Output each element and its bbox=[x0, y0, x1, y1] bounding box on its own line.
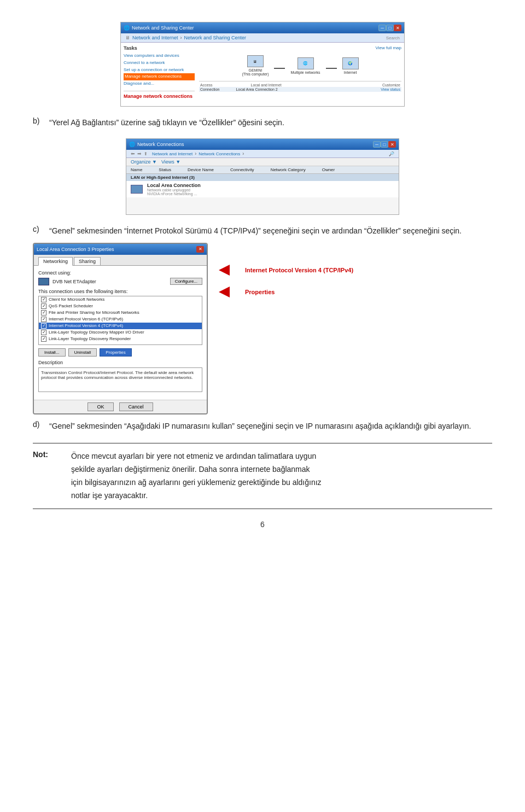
dlg-title: Local Area Connection 3 Properties bbox=[37, 247, 114, 252]
task-setup-connection[interactable]: Set up a connection or network bbox=[124, 67, 195, 74]
maximize-btn-1[interactable]: □ bbox=[386, 25, 394, 31]
note-label: Not: bbox=[33, 450, 60, 502]
ns-breadcrumb: 🖥 Network and Internet › Network and Sha… bbox=[121, 33, 404, 43]
list-item-2[interactable]: File and Printer Sharing for Microsoft N… bbox=[39, 309, 202, 316]
screenshot-network-sharing-center: 🌐 Network and Sharing Center ─ □ ✕ 🖥 Net… bbox=[120, 22, 405, 107]
network-map: 🖥 GEMINI(This computer) 🌐 Multiple netwo… bbox=[199, 52, 401, 79]
nc-maximize-btn[interactable]: □ bbox=[381, 141, 388, 148]
tab-networking[interactable]: Networking bbox=[38, 257, 73, 266]
close-btn-1[interactable]: ✕ bbox=[394, 25, 401, 31]
items-label: This connection uses the following items… bbox=[38, 289, 202, 294]
map-line-1 bbox=[274, 68, 285, 69]
screenshot3-container: Local Area Connection 3 Properties ✕ Net… bbox=[33, 243, 492, 414]
checkbox-0[interactable] bbox=[41, 297, 46, 302]
views-btn[interactable]: Views ▼ bbox=[161, 159, 180, 165]
desc-text: Transmission Control Protocol/Internet P… bbox=[38, 367, 202, 392]
uninstall-btn[interactable]: Uninstall bbox=[68, 348, 97, 357]
checkbox-5[interactable] bbox=[41, 330, 46, 335]
col-connectivity: Connectivity bbox=[230, 167, 254, 172]
adapter-row: DVB Net ETAdapter Configure... bbox=[38, 278, 202, 285]
nc-group-header: LAN or High-Speed Internet (3) bbox=[126, 174, 399, 181]
list-item-4[interactable]: Internet Protocol Version 4 (TCP/IPv4) bbox=[39, 323, 202, 329]
dlg-tabs: Networking Sharing bbox=[34, 255, 207, 266]
list-item-6[interactable]: Link-Layer Topology Discovery Responder bbox=[39, 336, 202, 342]
conn-row: Connection Local Area Connection 2 View … bbox=[199, 87, 401, 92]
map-computer: 🖥 GEMINI(This computer) bbox=[242, 55, 269, 76]
checkbox-6[interactable] bbox=[41, 336, 46, 342]
items-list: Client for Microsoft Networks QoS Packet… bbox=[38, 296, 202, 345]
map-line-2 bbox=[326, 68, 337, 69]
note-line-4: notlar işe yarayacaktır. bbox=[71, 489, 322, 503]
section-b-text: “Yerel Ağ Bağlantısı” üzerine sağ tıklay… bbox=[49, 116, 284, 128]
page-number: 6 bbox=[33, 520, 492, 529]
list-item-3[interactable]: Internet Protocol Version 6 (TCP/IPv6) bbox=[39, 316, 202, 323]
dlg-footer: OK Cancel bbox=[34, 400, 207, 413]
checkbox-3[interactable] bbox=[41, 317, 46, 322]
nc-column-headers: Name Status Device Name Connectivity Net… bbox=[126, 166, 399, 174]
note-section: Not: Önce mevcut ayarları bir yere not e… bbox=[33, 443, 492, 509]
note-text: Önce mevcut ayarları bir yere not etmeni… bbox=[71, 450, 322, 502]
window-title-1: Network and Sharing Center bbox=[132, 25, 194, 31]
configure-btn[interactable]: Configure... bbox=[170, 278, 202, 285]
task-connect[interactable]: Connect to a network bbox=[124, 60, 195, 67]
adapter-icon bbox=[38, 278, 49, 285]
view-full-map-link[interactable]: View full map bbox=[376, 45, 401, 50]
list-item-0[interactable]: Client for Microsoft Networks bbox=[39, 296, 202, 303]
nc-item-info: Local Area Connection Network cable unpl… bbox=[147, 183, 201, 196]
arrow-ipv4 bbox=[219, 265, 241, 276]
list-item-5[interactable]: Link-Layer Topology Discovery Mapper I/O… bbox=[39, 329, 202, 336]
ok-btn[interactable]: OK bbox=[88, 402, 113, 411]
minimize-btn-1[interactable]: ─ bbox=[378, 25, 386, 31]
internet-icon: 🌍 bbox=[342, 57, 359, 69]
nc-titlebar: 🌐 Network Connections ─ □ ✕ bbox=[126, 139, 399, 150]
arrow-properties bbox=[219, 287, 241, 297]
checkbox-2[interactable] bbox=[41, 310, 46, 316]
ns-breadcrumb-text: Network and Sharing Center bbox=[184, 35, 247, 40]
manage-network-link[interactable]: Manage network connections bbox=[124, 94, 195, 99]
customize-link[interactable]: Customize bbox=[382, 83, 400, 87]
task-view-computers[interactable]: View computers and devices bbox=[124, 52, 195, 60]
task-diagnose[interactable]: Diagnose and... bbox=[124, 80, 195, 87]
install-btn[interactable]: Install... bbox=[38, 348, 66, 357]
desc-label: Description bbox=[38, 360, 202, 365]
nc-minimize-btn[interactable]: ─ bbox=[373, 141, 381, 148]
tab-sharing[interactable]: Sharing bbox=[74, 257, 101, 265]
dlg-btn-row: Install... Uninstall Properties bbox=[38, 348, 202, 357]
checkbox-1[interactable] bbox=[41, 303, 46, 309]
connections-table: Access Local and Internet Customize Conn… bbox=[199, 81, 401, 92]
nc-breadcrumb: ⬅ ➡ ⬆ Network and Internet › Network Con… bbox=[126, 150, 399, 158]
section-c-label: c) bbox=[33, 225, 44, 237]
view-status-link[interactable]: View status bbox=[381, 87, 400, 91]
callout-properties-text: Properties bbox=[245, 289, 275, 295]
section-b-label: b) bbox=[33, 116, 44, 128]
note-line-1: Önce mevcut ayarları bir yere not etmeni… bbox=[71, 450, 322, 463]
nc-close-btn[interactable]: ✕ bbox=[388, 141, 396, 148]
section-d-text: “Genel” sekmesinden “Aşağıdaki IP numara… bbox=[49, 420, 471, 432]
section-d-block: d) “Genel” sekmesinden “Aşağıdaki IP num… bbox=[33, 420, 492, 432]
checkbox-4[interactable] bbox=[41, 323, 46, 329]
connect-using-label: Connect using: bbox=[38, 270, 202, 276]
tasks-title: Tasks bbox=[124, 45, 195, 51]
section-c-text: “Genel” sekmesinden “İnternet Protokol S… bbox=[49, 225, 462, 237]
col-owner: Owner bbox=[322, 167, 335, 172]
map-internet: 🌍 Internet bbox=[342, 57, 359, 74]
task-manage-connections[interactable]: Manage network connections bbox=[124, 73, 195, 80]
section-c-block: c) “Genel” sekmesinden “İnternet Protoko… bbox=[33, 225, 492, 237]
callout-area: Internet Protocol Version 4 (TCP/IPv4) P… bbox=[219, 243, 353, 297]
cancel-btn[interactable]: Cancel bbox=[119, 402, 153, 411]
screenshot-network-connections: 🌐 Network Connections ─ □ ✕ ⬅ ➡ ⬆ Networ… bbox=[126, 138, 399, 215]
properties-btn[interactable]: Properties bbox=[100, 348, 131, 357]
dlg-body: Connect using: DVB Net ETAdapter Configu… bbox=[34, 266, 207, 400]
section-d-label: d) bbox=[33, 420, 44, 432]
connection-icon bbox=[131, 185, 143, 194]
nc-item-name: Local Area Connection bbox=[147, 183, 201, 188]
note-line-3: için bilgisayarınızın ağ ayarlarını geri… bbox=[71, 476, 322, 489]
dlg-close-btn[interactable]: ✕ bbox=[196, 246, 204, 253]
nc-item-status2: NVIDIA nForce Networking ... bbox=[147, 192, 201, 196]
callout-ipv4-text: Internet Protocol Version 4 (TCP/IPv4) bbox=[245, 267, 353, 273]
nc-connection-item[interactable]: Local Area Connection Network cable unpl… bbox=[126, 181, 399, 197]
list-item-1[interactable]: QoS Packet Scheduler bbox=[39, 303, 202, 309]
nc-window-title: Network Connections bbox=[137, 142, 184, 147]
organize-btn[interactable]: Organize ▼ bbox=[131, 159, 157, 165]
ns-tasks-panel: Tasks View computers and devices Connect… bbox=[124, 45, 195, 103]
